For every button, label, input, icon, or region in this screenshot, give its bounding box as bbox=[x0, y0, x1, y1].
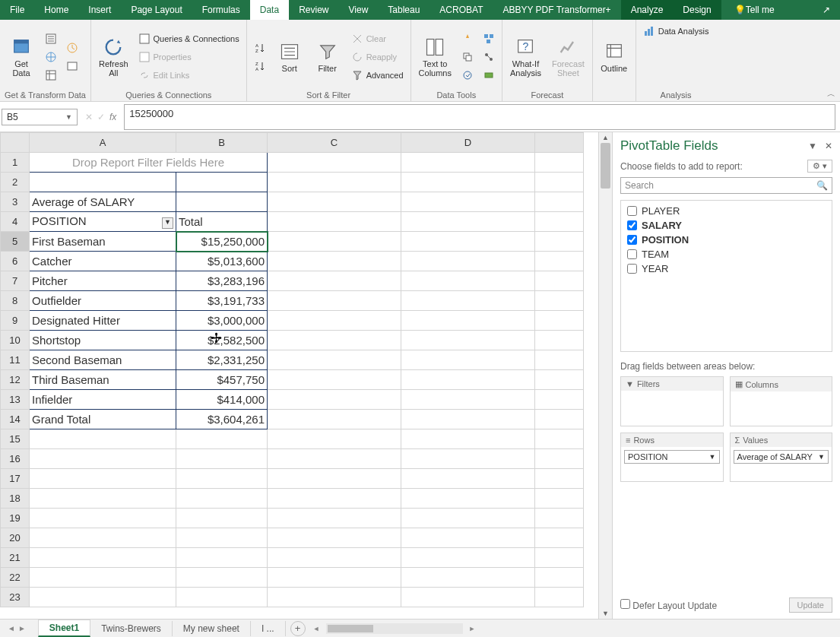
cell[interactable]: Third Baseman bbox=[30, 370, 176, 390]
consolidate-button[interactable] bbox=[480, 30, 497, 47]
from-text-csv-button[interactable] bbox=[43, 30, 59, 47]
cell[interactable]: POSITION▼ bbox=[30, 212, 176, 232]
row-header[interactable]: 16 bbox=[1, 449, 30, 469]
from-table-button[interactable] bbox=[43, 67, 59, 84]
field-item[interactable]: PLAYER bbox=[624, 204, 829, 218]
horizontal-scrollbar[interactable] bbox=[326, 623, 463, 634]
field-checkbox[interactable] bbox=[627, 220, 637, 230]
col-header-b[interactable]: B bbox=[176, 133, 268, 153]
properties-button[interactable]: Properties bbox=[136, 49, 242, 65]
existing-connections-button[interactable] bbox=[64, 58, 81, 74]
update-button[interactable]: Update bbox=[789, 597, 832, 613]
relationships-button[interactable] bbox=[480, 49, 497, 65]
row-header[interactable]: 12 bbox=[1, 370, 30, 390]
row-header[interactable]: 18 bbox=[1, 489, 30, 509]
tab-abbyy[interactable]: ABBYY PDF Transformer+ bbox=[493, 0, 620, 20]
row-header[interactable]: 10 bbox=[1, 331, 30, 350]
collapse-ribbon-icon[interactable]: ︿ bbox=[827, 88, 835, 100]
tab-page-layout[interactable]: Page Layout bbox=[121, 0, 192, 20]
tab-tableau[interactable]: Tableau bbox=[378, 0, 430, 20]
reapply-button[interactable]: Reapply bbox=[349, 49, 406, 65]
gear-icon[interactable]: ⚙ ▾ bbox=[807, 160, 832, 173]
tab-insert[interactable]: Insert bbox=[78, 0, 121, 20]
row-header[interactable]: 3 bbox=[1, 192, 30, 212]
enter-icon[interactable]: ✓ bbox=[97, 112, 105, 122]
cell[interactable]: $3,604,261 bbox=[176, 410, 268, 429]
cell[interactable]: Outfielder bbox=[30, 291, 176, 311]
share-icon[interactable]: ↗ bbox=[813, 0, 840, 20]
tab-design[interactable]: Design bbox=[673, 0, 721, 20]
filter-button[interactable]: Filter bbox=[311, 23, 344, 90]
from-web-button[interactable] bbox=[43, 49, 59, 65]
refresh-all-button[interactable]: Refresh All bbox=[96, 23, 132, 90]
tab-data[interactable]: Data bbox=[250, 0, 289, 20]
cell[interactable]: Total bbox=[176, 212, 268, 232]
row-header[interactable]: 6 bbox=[1, 252, 30, 271]
tab-formulas[interactable]: Formulas bbox=[192, 0, 250, 20]
cell[interactable]: $414,000 bbox=[176, 390, 268, 410]
field-item[interactable]: TEAM bbox=[624, 247, 829, 261]
field-checkbox[interactable] bbox=[627, 235, 637, 245]
position-dropdown-icon[interactable]: ▼ bbox=[162, 217, 173, 229]
row-header[interactable]: 8 bbox=[1, 291, 30, 311]
field-checkbox[interactable] bbox=[627, 249, 637, 259]
cell[interactable]: $3,283,196 bbox=[176, 271, 268, 291]
tab-tellme[interactable]: 💡 Tell me bbox=[724, 0, 785, 20]
cell[interactable]: Average of SALARY bbox=[30, 192, 176, 212]
field-list[interactable]: PLAYER SALARY POSITION TEAM YEAR bbox=[620, 200, 832, 352]
scroll-down-icon[interactable]: ▼ bbox=[599, 608, 612, 619]
data-validation-button[interactable] bbox=[459, 67, 476, 84]
cell[interactable]: Second Baseman bbox=[30, 350, 176, 370]
pane-dropdown-icon[interactable]: ▼ bbox=[808, 141, 817, 151]
clear-button[interactable]: Clear bbox=[349, 30, 406, 47]
add-sheet-button[interactable]: + bbox=[290, 621, 306, 636]
row-header[interactable]: 4 bbox=[1, 212, 30, 232]
field-checkbox[interactable] bbox=[627, 206, 637, 216]
recent-sources-button[interactable] bbox=[64, 40, 81, 56]
cell[interactable]: $457,750 bbox=[176, 370, 268, 390]
row-header[interactable]: 11 bbox=[1, 350, 30, 370]
tab-file[interactable]: File bbox=[0, 0, 34, 20]
values-area[interactable]: ΣValues Average of SALARY▼ bbox=[730, 433, 833, 482]
manage-data-model-button[interactable] bbox=[480, 67, 497, 84]
cell[interactable]: $3,191,733 bbox=[176, 291, 268, 311]
row-header[interactable]: 23 bbox=[1, 588, 30, 607]
tab-analyze[interactable]: Analyze bbox=[621, 0, 674, 20]
pane-close-icon[interactable]: ✕ bbox=[825, 141, 832, 151]
text-to-columns-button[interactable]: Text to Columns bbox=[416, 23, 455, 90]
hscroll-right-icon[interactable]: ► bbox=[469, 625, 476, 632]
tab-view[interactable]: View bbox=[339, 0, 379, 20]
rows-area[interactable]: ≡Rows POSITION▼ bbox=[620, 433, 724, 482]
outline-button[interactable]: Outline bbox=[598, 23, 631, 90]
row-header[interactable]: 21 bbox=[1, 548, 30, 568]
row-header[interactable]: 17 bbox=[1, 469, 30, 489]
queries-connections-button[interactable]: Queries & Connections bbox=[136, 30, 242, 47]
formula-input[interactable]: 15250000 bbox=[124, 104, 835, 130]
tab-review[interactable]: Review bbox=[289, 0, 338, 20]
field-checkbox[interactable] bbox=[627, 264, 637, 274]
get-data-button[interactable]: Get Data bbox=[5, 23, 38, 90]
sheet-tab[interactable]: My new sheet bbox=[173, 621, 251, 636]
sort-button[interactable]: Sort bbox=[273, 23, 306, 90]
cell[interactable]: $3,000,000 bbox=[176, 311, 268, 331]
row-header[interactable]: 13 bbox=[1, 390, 30, 410]
col-header-e[interactable] bbox=[535, 133, 584, 153]
fx-icon[interactable]: fx bbox=[109, 112, 116, 122]
cancel-icon[interactable]: ✕ bbox=[85, 112, 93, 122]
row-header[interactable]: 5 bbox=[1, 232, 30, 252]
cell[interactable]: Catcher bbox=[30, 252, 176, 271]
cell[interactable]: Infielder bbox=[30, 390, 176, 410]
defer-update-checkbox[interactable]: Defer Layout Update bbox=[620, 599, 717, 611]
name-box[interactable]: B5▼ bbox=[2, 109, 78, 125]
cell[interactable]: Pitcher bbox=[30, 271, 176, 291]
sort-za-button[interactable]: ZA bbox=[252, 58, 268, 74]
vertical-scrollbar[interactable]: ▲ ▼ bbox=[598, 132, 612, 619]
advanced-button[interactable]: Advanced bbox=[349, 67, 406, 84]
cell[interactable]: $2,582,500 bbox=[176, 331, 268, 350]
scroll-up-icon[interactable]: ▲ bbox=[599, 132, 612, 143]
values-area-item[interactable]: Average of SALARY▼ bbox=[734, 450, 829, 464]
col-header-c[interactable]: C bbox=[268, 133, 401, 153]
row-header[interactable]: 15 bbox=[1, 429, 30, 449]
col-header-d[interactable]: D bbox=[401, 133, 535, 153]
cell[interactable]: $2,331,250 bbox=[176, 350, 268, 370]
